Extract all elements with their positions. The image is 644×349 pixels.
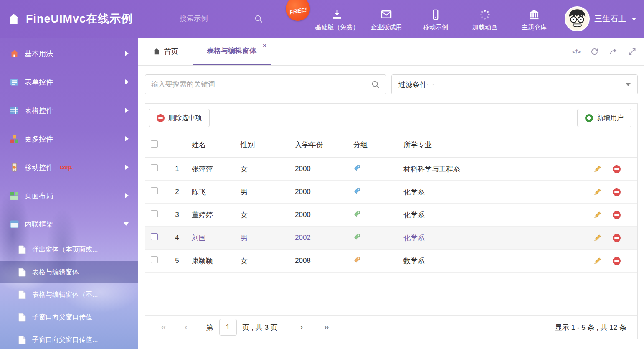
share-icon[interactable] [609,47,618,56]
header-search-input[interactable] [180,15,238,23]
row-checkbox[interactable] [151,187,158,194]
sidebar-subitem-popup-window[interactable]: 弹出窗体（本页面或... [0,238,138,261]
keyword-search-box[interactable] [145,74,386,94]
sidebar-subitem-grid-edit-window[interactable]: 表格与编辑窗体 [0,261,138,283]
cell-year: 2002 [290,234,348,242]
major-link[interactable]: 化学系 [403,211,425,219]
cell-year: 2000 [290,165,348,173]
file-icon [18,245,26,254]
nav-item-enterprise-trial[interactable]: 企业版试用 [362,6,411,31]
sidebar-item-basic-usage[interactable]: 基本用法 [0,39,138,68]
keyword-search-input[interactable] [151,80,371,89]
app-logo[interactable]: FineUIMvc在线示例 [8,11,175,26]
sidebar-item-grid-controls[interactable]: 表格控件 [0,96,138,125]
sidebar-item-label: 表格控件 [25,106,53,115]
page-prefix: 第 [206,323,213,332]
edit-icon[interactable] [593,211,602,219]
form-icon [10,78,19,87]
top-header-bar: FineUIMvc在线示例 FREE! 基础版（免费） 企业版试用 移动示例 [0,0,644,38]
nav-label: 加载动画 [472,23,497,31]
major-link[interactable]: 化学系 [403,188,425,196]
sidebar-item-more-controls[interactable]: 更多控件 [0,125,138,153]
sidebar-item-form-controls[interactable]: 表单控件 [0,68,138,96]
source-code-icon[interactable]: </> [572,48,580,55]
sidebar-item-iframe[interactable]: 内联框架 [0,210,138,238]
filter-condition-dropdown[interactable]: 过滤条件一 [391,74,638,94]
nav-item-mobile-demo[interactable]: 移动示例 [411,6,460,31]
table-row: 3 董婷婷 女 2000 化学系 [145,204,637,227]
app-title: FineUIMvc在线示例 [26,11,133,26]
row-checkbox[interactable] [151,256,158,263]
chevron-right-icon [125,51,129,56]
nav-item-loading-animation[interactable]: 加载动画 [460,6,510,31]
row-number: 4 [168,234,186,242]
sidebar-subitem-child-to-parent-2[interactable]: 子窗口向父窗口传值... [0,329,138,349]
row-checkbox[interactable] [151,210,158,217]
row-checkbox[interactable] [151,164,158,171]
main-content: 首页 表格与编辑窗体 × </> [138,38,644,349]
chevron-right-icon [125,108,129,113]
frame-icon [10,220,19,229]
edit-icon[interactable] [593,165,602,173]
cell-gender: 女 [236,164,290,174]
sidebar-item-label: 更多控件 [25,134,53,144]
sidebar-subitem-child-to-parent[interactable]: 子窗口向父窗口传值 [0,306,138,329]
tab-grid-edit-window[interactable]: 表格与编辑窗体 × [193,38,271,65]
next-page-button[interactable]: › [300,323,303,332]
search-icon[interactable] [371,80,380,89]
page-number-input[interactable] [219,319,237,336]
major-link[interactable]: 材料科学与工程系 [403,165,460,173]
table-row: 2 陈飞 男 2000 化学系 [145,181,637,204]
delete-selected-button[interactable]: 删除选中项 [149,109,210,127]
close-icon[interactable]: × [263,42,266,48]
user-menu[interactable]: 三生石上 [565,6,636,31]
table-row-selected: 4 刘国 男 2002 化学系 [145,227,637,250]
tag-icon [353,210,360,217]
sidebar-subitem-grid-edit-window-2[interactable]: 表格与编辑窗体（不... [0,283,138,306]
edit-icon[interactable] [593,257,602,265]
nav-item-theme-repo[interactable]: 主题仓库 [510,6,559,31]
cell-year: 2000 [290,188,348,196]
delete-icon[interactable] [613,211,621,219]
edit-icon[interactable] [593,234,602,242]
app-root: FineUIMvc在线示例 FREE! 基础版（免费） 企业版试用 移动示例 [0,0,644,349]
delete-icon[interactable] [613,188,621,196]
major-link[interactable]: 数学系 [403,257,425,265]
chevron-right-icon [125,136,129,141]
refresh-icon[interactable] [590,47,599,56]
sidebar-item-label: 页面布局 [25,191,53,201]
nav-label: 企业版试用 [371,23,402,31]
first-page-button[interactable]: « [161,323,166,332]
edit-icon[interactable] [593,188,602,196]
delete-icon[interactable] [613,257,621,265]
nav-item-basic-free[interactable]: 基础版（免费） [312,6,362,31]
plus-circle-icon [585,114,593,122]
layout-icon [10,191,19,200]
header-search[interactable] [180,14,263,23]
add-user-button[interactable]: 新增用户 [577,109,631,127]
cell-name: 刘国 [186,233,236,243]
sidebar-item-label: 表单控件 [25,77,53,87]
delete-icon[interactable] [613,165,621,173]
mobile-control-icon [10,163,19,172]
last-page-button[interactable]: » [324,323,329,332]
sidebar-item-mobile-controls[interactable]: 移动控件 Corp. [0,153,138,181]
tag-icon [353,233,360,240]
sidebar-item-page-layout[interactable]: 页面布局 [0,181,138,210]
avatar [565,6,590,31]
pagination-bar: « ‹ 第 页 , 共 3 页 › » 显示 1 - 5 条 , 共 12 条 [145,315,637,339]
sidebar-subitem-label: 表格与编辑窗体 [32,268,79,277]
prev-page-button[interactable]: ‹ [185,323,188,332]
major-link[interactable]: 化学系 [403,234,425,242]
chevron-right-icon [125,79,129,84]
row-checkbox[interactable] [151,233,158,240]
column-name: 姓名 [186,140,236,150]
fullscreen-icon[interactable] [628,47,636,56]
table-icon [10,106,19,115]
file-icon [18,336,26,344]
sidebar-item-label: 移动控件 [25,163,53,172]
delete-icon[interactable] [613,234,621,242]
filter-row: 过滤条件一 [138,66,644,94]
tab-home[interactable]: 首页 [145,38,186,65]
select-all-checkbox[interactable] [151,140,158,148]
